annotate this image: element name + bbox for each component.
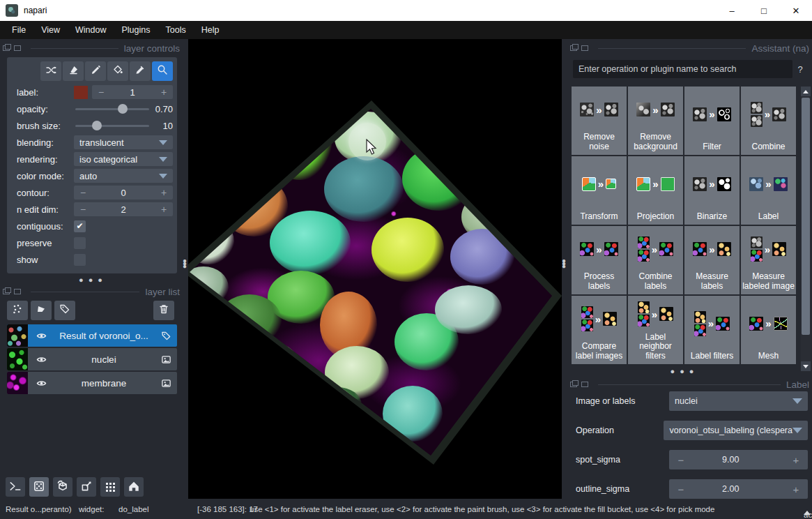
float-panel-icon[interactable] [570,45,577,51]
layer-name: Result of voronoi_o... [47,331,161,341]
float-panel-icon[interactable] [3,45,10,51]
operation-label: Remove background [628,133,683,151]
operation-label: Projection [636,212,675,221]
menu-file[interactable]: File [4,21,33,39]
t-labels-icon [659,242,673,256]
hide-panel-icon[interactable] [14,45,21,51]
visibility-eye-icon[interactable] [36,354,47,365]
decrement-button[interactable]: − [669,483,693,495]
brush-size-slider[interactable] [75,120,149,131]
blending-dropdown[interactable]: translucent [74,135,173,149]
operation-measure-labels[interactable]: »Measure labels [684,226,740,294]
home-button[interactable] [124,477,144,497]
search-input[interactable] [573,60,792,78]
increment-button[interactable]: + [784,454,808,466]
select-image-or-labels[interactable]: nuclei [669,391,808,411]
operations-scrollbar[interactable] [801,86,811,371]
increment-button[interactable]: + [784,483,808,495]
help-button[interactable]: ? [792,64,808,75]
operation-remove-background[interactable]: »Remove background [628,86,683,155]
opacity-slider[interactable] [75,103,149,114]
splitter-handle-left[interactable]: ●●● [182,260,187,268]
layer-row-nuclei[interactable]: nuclei [7,348,177,370]
operation-label-neighbor-filters[interactable]: »Label neighbor filters [628,296,683,364]
select-operation[interactable]: voronoi_otsu_labeling (clespera [664,421,808,440]
tool-eraser[interactable] [63,61,84,81]
t-labels-icon [716,317,730,331]
label-row: label: − 1 + [11,84,173,100]
increment-button[interactable]: + [155,204,173,215]
menu-view[interactable]: View [33,21,68,39]
hide-panel-icon[interactable] [581,45,588,51]
operation-remove-noise[interactable]: »Remove noise [572,86,627,155]
operation-measure-labeled-image[interactable]: »Measure labeled image [741,226,796,294]
new-shapes-layer-button[interactable] [31,301,52,320]
close-button[interactable]: ✕ [780,0,812,21]
decrement-button[interactable]: − [74,204,92,215]
tool-fill-bucket[interactable] [107,61,128,81]
rendering-dropdown[interactable]: iso categorical [74,152,173,166]
field-control: −9.00+ [669,450,808,469]
float-panel-icon[interactable] [3,289,10,294]
decrement-button[interactable]: − [74,187,92,198]
viewer-canvas[interactable] [188,39,562,499]
visibility-eye-icon[interactable] [36,331,47,341]
operation-label: Transform [579,212,619,221]
operation-mesh[interactable]: »Mesh [741,296,796,364]
operation-label[interactable]: »Label [741,156,796,225]
decrement-button[interactable]: − [669,454,693,466]
grid-view-button[interactable] [100,477,120,497]
scroll-down-icon[interactable] [801,361,811,371]
delete-layer-button[interactable] [153,301,174,320]
contour-spinbox[interactable]: − 0 + [74,186,173,200]
operation-combine[interactable]: »Combine [741,86,796,155]
panel-resize-handle[interactable]: ● ● ● [567,368,798,374]
layer-thumbnail [7,324,28,347]
operation-process-labels[interactable]: »Process labels [572,226,627,294]
tool-pan-zoom[interactable] [152,61,173,81]
chevron-right-icon: » [596,244,602,255]
minimize-button[interactable]: – [716,0,748,21]
operation-transform[interactable]: »Transform [572,156,627,225]
menu-tools[interactable]: Tools [158,21,194,39]
layer-row-membrane[interactable]: membrane [7,372,177,394]
contiguous-checkbox[interactable]: ✔ [74,220,86,232]
menu-help[interactable]: Help [194,21,227,39]
toggle-ndisplay-button[interactable] [29,477,49,497]
menu-window[interactable]: Window [68,21,114,39]
tool-paint-brush[interactable] [85,61,106,81]
operation-binarize[interactable]: »Binarize [684,156,740,225]
increment-button[interactable]: + [155,86,173,98]
operation-label-filters[interactable]: »Label filters [684,296,740,364]
transpose-dimensions-button[interactable] [77,477,96,497]
scroll-up-icon[interactable] [801,86,811,96]
tool-shuffle-colors[interactable] [40,61,61,81]
roll-dimensions-button[interactable] [53,477,72,497]
label-spinbox[interactable]: − 1 + [92,85,173,99]
splitter-handle-right[interactable]: ●●● [561,260,567,268]
menu-plugins[interactable]: Plugins [114,21,158,39]
spinbox-spot_sigma[interactable]: −9.00+ [669,450,808,469]
visibility-eye-icon[interactable] [36,378,47,389]
preserve-labels-checkbox[interactable] [74,237,86,249]
spinbox-outline_sigma[interactable]: −2.00+ [669,479,808,499]
layer-row-result-of-voronoi-o-[interactable]: Result of voronoi_o... [7,324,177,347]
operation-compare-label-images[interactable]: »Compare label images [572,296,627,364]
operation-combine-labels[interactable]: »Combine labels [628,226,683,294]
color-mode-dropdown[interactable]: auto [74,169,173,183]
tool-color-picker[interactable] [130,61,151,81]
panel-resize-handle[interactable]: ● ● ● [0,277,183,283]
show-selected-checkbox[interactable] [74,254,86,266]
new-points-layer-button[interactable] [7,301,28,320]
label-color-swatch[interactable] [74,86,88,99]
console-button[interactable] [6,477,25,497]
maximize-button[interactable]: □ [748,0,780,21]
new-labels-layer-button[interactable] [54,301,75,320]
hide-panel-icon[interactable] [14,289,21,294]
n-edit-dim-spinbox[interactable]: − 2 + [74,202,173,216]
increment-button[interactable]: + [155,187,173,198]
operation-projection[interactable]: »Projection [628,156,683,225]
operation-filter[interactable]: »Filter [684,86,740,155]
scrollbar-thumb[interactable] [802,98,810,335]
decrement-button[interactable]: − [92,86,110,98]
